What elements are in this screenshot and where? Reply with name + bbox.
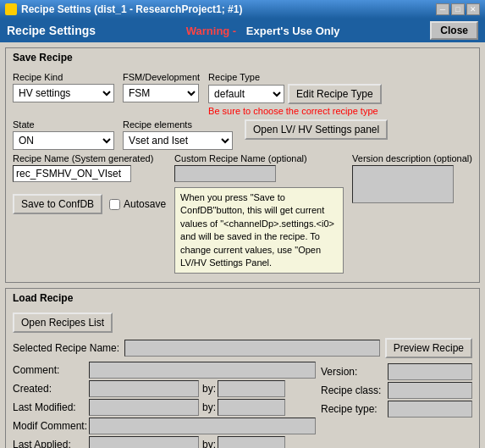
main-content: Save Recipe Recipe Kind HV settings FSM/… — [0, 42, 485, 448]
expert-only-text: Expert's Use Only — [246, 25, 340, 37]
custom-name-label: Custom Recipe Name (optional) — [174, 153, 344, 163]
load-recipe-type-input[interactable] — [388, 401, 472, 418]
fsm-dev-label: FSM/Development — [123, 72, 200, 82]
recipe-kind-group: Recipe Kind HV settings — [13, 72, 114, 102]
info-rows-container: Comment: Created: by: Last Modified: by: — [13, 362, 472, 448]
version-row: Version: — [321, 363, 472, 380]
title-bar-controls: ─ □ ✕ — [436, 3, 480, 15]
last-modified-input[interactable] — [89, 399, 199, 416]
fsm-dev-select[interactable]: FSM — [123, 84, 199, 102]
version-desc-label: Version description (optional) — [352, 153, 472, 163]
by3-label: by: — [202, 439, 216, 448]
recipe-class-row: Recipe class: — [321, 382, 472, 399]
created-input[interactable] — [89, 380, 199, 397]
last-applied-input[interactable] — [89, 436, 199, 448]
right-col: Version: Recipe class: Recipe type: — [321, 363, 472, 448]
recipe-kind-label: Recipe Kind — [13, 72, 114, 82]
modif-comment-input[interactable] — [89, 418, 316, 434]
warning-message: Warning - Expert's Use Only — [186, 25, 340, 37]
save-to-confdb-button[interactable]: Save to ConfDB — [13, 194, 102, 214]
left-info: Comment: Created: by: Last Modified: by: — [13, 362, 316, 448]
state-select[interactable]: ON — [13, 131, 114, 150]
state-elements-row: State ON Recipe elements Vset and Iset O… — [13, 119, 472, 150]
by3-input[interactable] — [218, 436, 285, 448]
custom-name-group: Custom Recipe Name (optional) When you p… — [174, 153, 344, 274]
save-row: Save to ConfDB Autosave — [13, 194, 166, 214]
header-close-button[interactable]: Close — [430, 21, 478, 40]
title-bar-text: Recipe Settins (dist_1 - ResearchProject… — [21, 3, 436, 15]
version-desc-group: Version description (optional) — [352, 153, 472, 203]
recipe-elements-select[interactable]: Vset and Iset — [123, 131, 233, 150]
app-icon — [5, 3, 17, 15]
comment-input[interactable] — [89, 362, 316, 379]
last-applied-row: Last Applied: by: — [13, 436, 316, 448]
recipe-name-row: Recipe Name (System generated) Save to C… — [13, 153, 472, 274]
recipe-type-label: Recipe Type — [208, 72, 382, 82]
state-label: State — [13, 119, 114, 130]
recipe-name-group: Recipe Name (System generated) — [13, 153, 166, 182]
fsm-dev-group: FSM/Development FSM — [123, 72, 200, 102]
last-applied-label: Last Applied: — [13, 439, 89, 448]
save-recipe-title: Save Recipe — [13, 48, 479, 64]
created-label: Created: — [13, 383, 89, 395]
comment-label: Comment: — [13, 364, 89, 376]
recipe-kind-select[interactable]: HV settings — [13, 84, 114, 102]
custom-name-input[interactable] — [174, 165, 276, 182]
recipe-type-group: Recipe Type default Edit Recipe Type Be … — [208, 72, 382, 116]
info-text: When you press "Save to ConfDB"button, t… — [180, 192, 334, 268]
version-label: Version: — [321, 366, 384, 378]
preview-recipe-button[interactable]: Preview Recipe — [385, 338, 472, 358]
modif-comment-row: Modif Comment: — [13, 418, 316, 434]
selected-recipe-input[interactable] — [124, 340, 380, 357]
load-recipe-title: Load Recipe — [13, 289, 479, 304]
save-recipe-inner: Recipe Kind HV settings FSM/Development … — [6, 69, 479, 282]
by2-label: by: — [202, 401, 216, 413]
header-bar: Recipe Settings Warning - Expert's Use O… — [0, 19, 485, 42]
recipe-name-label: Recipe Name (System generated) — [13, 153, 166, 163]
state-group: State ON — [13, 119, 114, 150]
autosave-label: Autosave — [109, 198, 166, 210]
by1-input[interactable] — [218, 380, 285, 397]
selected-recipe-label: Selected Recipe Name: — [13, 342, 119, 354]
open-recipes-list-button[interactable]: Open Recipes List — [13, 312, 113, 333]
last-modified-row: Last Modified: by: — [13, 399, 316, 416]
recipe-name-input[interactable] — [13, 165, 131, 182]
version-input[interactable] — [388, 363, 472, 380]
by1-label: by: — [202, 383, 216, 395]
autosave-checkbox[interactable] — [109, 199, 120, 210]
recipe-elements-label: Recipe elements — [123, 119, 233, 130]
by2-input[interactable] — [218, 399, 285, 416]
recipe-type-select[interactable]: default — [208, 85, 284, 103]
modif-comment-label: Modif Comment: — [13, 420, 89, 432]
maximize-button[interactable]: □ — [451, 3, 465, 15]
last-modified-label: Last Modified: — [13, 401, 89, 413]
save-recipe-section: Save Recipe Recipe Kind HV settings FSM/… — [5, 47, 480, 283]
minimize-button[interactable]: ─ — [436, 3, 449, 15]
version-desc-input[interactable] — [352, 165, 454, 203]
info-box: When you press "Save to ConfDB"button, t… — [174, 187, 344, 274]
app-title: Recipe Settings — [7, 24, 96, 37]
recipe-elements-group: Recipe elements Vset and Iset — [123, 119, 233, 150]
comment-row: Comment: — [13, 362, 316, 379]
title-bar: Recipe Settins (dist_1 - ResearchProject… — [0, 0, 485, 19]
window-close-button[interactable]: ✕ — [466, 3, 480, 15]
load-recipe-type-label: Recipe type: — [321, 403, 384, 415]
load-recipe-inner: Open Recipes List Selected Recipe Name: … — [6, 309, 479, 448]
load-recipe-section: Load Recipe Open Recipes List Selected R… — [5, 288, 480, 448]
created-row: Created: by: — [13, 380, 316, 397]
open-lv-hv-button[interactable]: Open LV/ HV Settings panel — [245, 119, 388, 140]
load-recipe-type-row: Recipe type: — [321, 401, 472, 418]
selected-recipe-row: Selected Recipe Name: Preview Recipe — [13, 338, 472, 358]
warning-label: Warning - — [186, 25, 236, 37]
edit-recipe-type-button[interactable]: Edit Recipe Type — [288, 84, 382, 104]
recipe-class-input[interactable] — [388, 382, 472, 399]
recipe-class-label: Recipe class: — [321, 384, 384, 396]
recipe-type-note: Be sure to choose the correct recipe typ… — [208, 106, 382, 116]
recipe-type-row: Recipe Kind HV settings FSM/Development … — [13, 72, 472, 116]
